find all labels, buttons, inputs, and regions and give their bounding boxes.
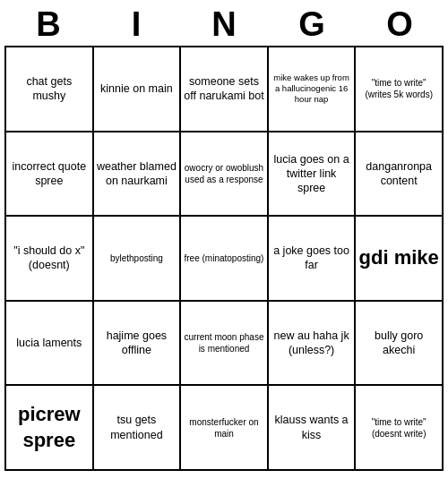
bingo-cell-6[interactable]: weather blamed on naurkami bbox=[94, 132, 182, 218]
bingo-card: BINGO chat gets mushykinnie on mainsomeo… bbox=[4, 5, 444, 471]
bingo-letter-n: N bbox=[184, 5, 264, 44]
bingo-cell-8[interactable]: lucia goes on a twitter link spree bbox=[269, 132, 357, 218]
bingo-cell-9[interactable]: danganronpa content bbox=[356, 132, 444, 218]
bingo-letter-g: G bbox=[271, 5, 352, 44]
bingo-cell-20[interactable]: picrew spree bbox=[6, 386, 94, 471]
bingo-grid: chat gets mushykinnie on mainsomeone set… bbox=[4, 46, 444, 471]
bingo-cell-13[interactable]: a joke goes too far bbox=[269, 217, 357, 302]
bingo-cell-11[interactable]: bylethposting bbox=[94, 217, 182, 302]
bingo-cell-12[interactable]: free (minatoposting) bbox=[181, 217, 269, 302]
bingo-cell-4[interactable]: "time to write" (writes 5k words) bbox=[356, 47, 444, 132]
bingo-cell-21[interactable]: tsu gets mentioned bbox=[94, 386, 182, 471]
bingo-cell-16[interactable]: hajime goes offline bbox=[94, 302, 182, 387]
bingo-cell-5[interactable]: incorrect quote spree bbox=[6, 132, 94, 218]
bingo-cell-14[interactable]: gdi mike bbox=[356, 217, 444, 302]
bingo-cell-15[interactable]: lucia laments bbox=[6, 302, 94, 387]
bingo-cell-19[interactable]: bully goro akechi bbox=[356, 302, 444, 387]
bingo-header: BINGO bbox=[4, 5, 444, 44]
bingo-cell-1[interactable]: kinnie on main bbox=[94, 47, 182, 132]
bingo-cell-10[interactable]: "i should do x" (doesnt) bbox=[6, 217, 94, 302]
bingo-cell-17[interactable]: current moon phase is mentioned bbox=[181, 302, 269, 387]
bingo-cell-0[interactable]: chat gets mushy bbox=[6, 47, 94, 132]
bingo-cell-18[interactable]: new au haha jk (unless?) bbox=[269, 302, 357, 387]
bingo-letter-i: I bbox=[96, 5, 177, 44]
bingo-cell-23[interactable]: klauss wants a kiss bbox=[269, 386, 357, 471]
bingo-cell-24[interactable]: "time to write" (doesnt write) bbox=[356, 386, 444, 471]
bingo-letter-o: O bbox=[359, 5, 440, 44]
bingo-cell-3[interactable]: mike wakes up from a hallucinogenic 16 h… bbox=[269, 47, 357, 132]
bingo-cell-22[interactable]: monsterfucker on main bbox=[181, 386, 269, 471]
bingo-cell-2[interactable]: someone sets off narukami bot bbox=[181, 47, 269, 132]
bingo-letter-b: B bbox=[8, 5, 89, 44]
bingo-cell-7[interactable]: owocry or owoblush used as a response bbox=[181, 132, 269, 218]
